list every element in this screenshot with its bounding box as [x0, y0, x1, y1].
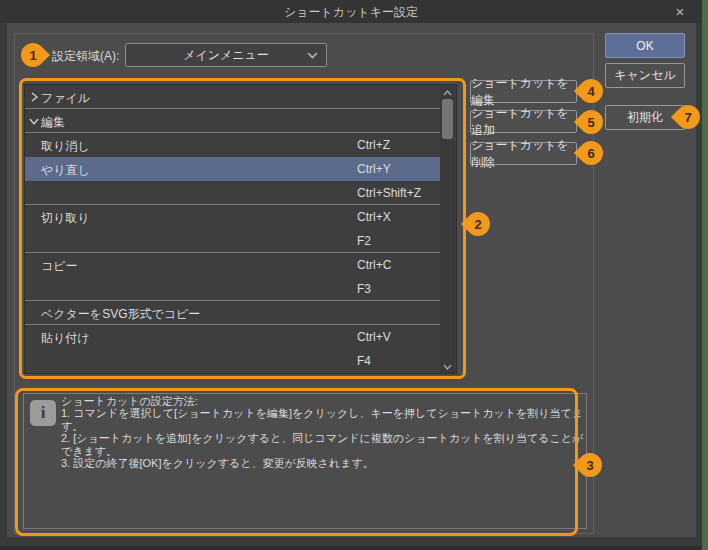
chevron-down-icon [307, 51, 318, 59]
info-line: ショートカットの設定方法: [61, 395, 586, 407]
shortcut-command-list: ファイル 編集 取り消し Ctrl+Z やり直し Ctrl+Y Ctrl+Shi… [24, 84, 457, 374]
list-scrollbar[interactable] [440, 86, 455, 373]
edit-shortcut-button[interactable]: ショートカットを編集 [470, 80, 577, 103]
list-item[interactable]: F3 [25, 277, 441, 301]
annotation-badge-6: 6 [579, 141, 603, 165]
dialog-title: ショートカットキー設定 [0, 4, 702, 21]
close-icon[interactable]: × [670, 2, 690, 21]
settings-area-label: 設定領域(A): [52, 48, 119, 65]
delete-shortcut-button[interactable]: ショートカットを削除 [470, 142, 577, 165]
list-item[interactable]: F2 [25, 229, 441, 253]
list-item-group[interactable]: 編集 [25, 109, 441, 133]
scrollbar-thumb[interactable] [442, 99, 453, 139]
list-item[interactable]: 切り取り Ctrl+X [25, 205, 441, 229]
scroll-up-icon[interactable] [440, 86, 455, 99]
info-line: 1. コマンドを選択して[ショートカットを編集]をクリックし、キーを押してショー… [61, 407, 586, 432]
settings-area-dropdown[interactable]: メインメニュー [125, 43, 327, 67]
shortcut-settings-dialog: ショートカットキー設定 × 設定領域(A): メインメニュー ファイル 編集 取… [0, 0, 708, 550]
list-item[interactable]: Ctrl+Shift+Z [25, 181, 441, 205]
list-item[interactable]: ベクターをSVG形式でコピー [25, 301, 441, 325]
annotation-badge-7: 7 [676, 105, 700, 129]
scroll-down-icon[interactable] [440, 360, 455, 373]
annotation-badge-2: 2 [466, 212, 490, 236]
list-item[interactable]: 取り消し Ctrl+Z [25, 133, 441, 157]
list-item[interactable]: F4 [25, 349, 441, 373]
list-item-group[interactable]: ファイル [25, 85, 441, 109]
annotation-badge-4: 4 [579, 79, 603, 103]
annotation-badge-3: 3 [578, 453, 602, 477]
info-line: 3. 設定の終了後[OK]をクリックすると、変更が反映されます。 [61, 457, 586, 469]
annotation-badge-1: 1 [21, 43, 45, 67]
background-canvas-strip [702, 0, 708, 550]
titlebar: ショートカットキー設定 × [0, 0, 702, 23]
info-icon: i [30, 400, 56, 426]
collapsed-arrow-icon[interactable] [28, 91, 40, 103]
dialog-frame-edge [0, 546, 702, 550]
info-line: 2. [ショートカットを追加]をクリックすると、同じコマンドに複数のショートカッ… [61, 432, 586, 457]
list-item[interactable]: コピー Ctrl+C [25, 253, 441, 277]
expanded-arrow-icon[interactable] [28, 115, 40, 127]
add-shortcut-button[interactable]: ショートカットを追加 [470, 110, 577, 133]
cancel-button[interactable]: キャンセル [605, 63, 685, 88]
settings-area-dropdown-value: メインメニュー [183, 47, 269, 64]
ok-button[interactable]: OK [605, 33, 685, 58]
info-text: ショートカットの設定方法: 1. コマンドを選択して[ショートカットを編集]をク… [61, 395, 586, 469]
list-item[interactable]: 貼り付け Ctrl+V [25, 325, 441, 349]
annotation-badge-5: 5 [579, 110, 603, 134]
list-item-selected[interactable]: やり直し Ctrl+Y [25, 157, 441, 181]
